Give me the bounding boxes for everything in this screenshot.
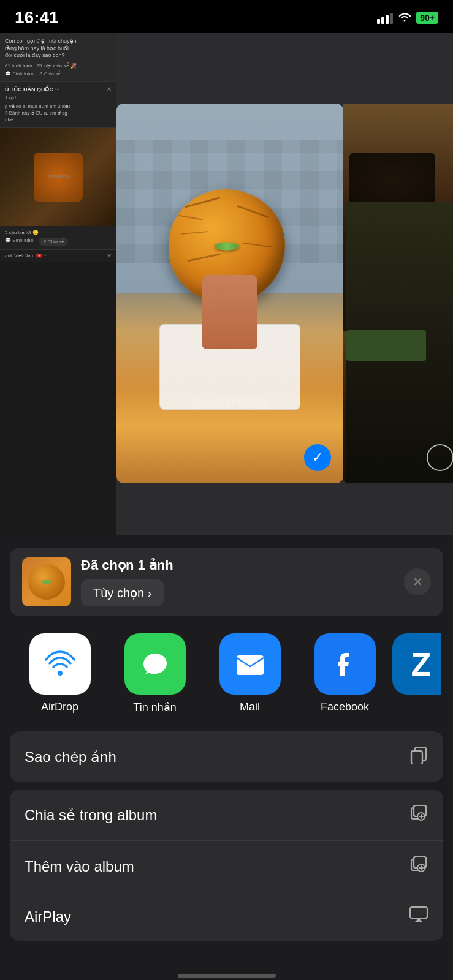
airplay-icon <box>409 906 428 927</box>
messages-label: Tin nhắn <box>133 701 176 714</box>
photo-strip: Con con gọi điện nói chuyệnrằng hôm nay … <box>0 33 453 535</box>
airdrop-icon <box>29 633 91 695</box>
app-airdrop[interactable]: AirDrop <box>12 633 107 714</box>
airplay-action[interactable]: AirPlay <box>10 892 443 941</box>
photo-left-panel: Con con gọi điện nói chuyệnrằng hôm nay … <box>0 33 116 535</box>
airplay-label: AirPlay <box>25 908 71 925</box>
share-header: Đã chọn 1 ảnh Tùy chọn › ✕ <box>10 548 443 616</box>
right-photo-image <box>343 104 453 483</box>
share-thumbnail <box>22 557 71 606</box>
status-bar: 16:41 90+ <box>0 0 453 33</box>
mail-icon <box>219 633 281 695</box>
photo-select-check[interactable]: ✓ <box>304 444 331 471</box>
messages-icon <box>124 633 186 695</box>
signal-icon <box>377 12 393 24</box>
copy-photo-action[interactable]: Sao chép ảnh <box>10 731 443 782</box>
close-icon: ✕ <box>413 575 423 589</box>
action-list-1: Sao chép ảnh <box>10 731 443 782</box>
photo-gallery-area: Con con gọi điện nói chuyệnrằng hôm nay … <box>0 33 453 535</box>
apps-row: AirDrop Tin nhắn Mail <box>0 616 453 726</box>
app-messages[interactable]: Tin nhắn <box>107 633 202 714</box>
facebook-label: Facebook <box>321 701 369 714</box>
app-facebook[interactable]: Facebook <box>297 633 392 714</box>
share-header-info: Đã chọn 1 ảnh Tùy chọn › <box>81 557 394 606</box>
status-icons: 90+ <box>377 11 438 25</box>
battery-icon: 90+ <box>416 12 438 24</box>
feed-item-1: Con con gọi điện nói chuyệnrằng hôm nay … <box>0 33 116 82</box>
copy-photo-icon <box>409 745 428 769</box>
svg-rect-6 <box>411 751 422 764</box>
facebook-icon <box>314 633 376 695</box>
add-album-icon <box>409 854 428 878</box>
feed-image: 2023.08.30 <box>0 128 116 226</box>
share-album-action[interactable]: Chia sẻ trong album <box>10 790 443 841</box>
share-close-button[interactable]: ✕ <box>404 568 431 595</box>
share-album-icon <box>409 803 428 827</box>
zalo-partial-icon: Z <box>392 633 441 695</box>
share-sheet: Đã chọn 1 ảnh Tùy chọn › ✕ AirDro <box>0 548 453 980</box>
app-zalo-partial[interactable]: Z <box>392 633 441 714</box>
home-indicator <box>178 974 276 978</box>
wifi-icon <box>398 11 411 25</box>
status-time: 16:41 <box>15 8 59 28</box>
feed-item-2: Ú TÚC HÀN QUỐC ··· ✕ 1 giờ · p về ko a, … <box>0 82 116 128</box>
share-options-button[interactable]: Tùy chọn › <box>81 579 164 606</box>
share-title: Đã chọn 1 ảnh <box>81 557 394 573</box>
main-photo-image: 170g <box>116 104 343 483</box>
share-album-label: Chia sẻ trong album <box>25 807 157 824</box>
add-album-action[interactable]: Thêm vào album <box>10 841 443 892</box>
photo-center-main[interactable]: 170g <box>116 104 343 483</box>
mail-label: Mail <box>240 701 260 714</box>
app-mail[interactable]: Mail <box>202 633 297 714</box>
action-list-2: Chia sẻ trong album Thêm vào album <box>10 790 443 941</box>
home-indicator-area <box>0 948 453 980</box>
airdrop-label: AirDrop <box>41 701 78 714</box>
copy-photo-label: Sao chép ảnh <box>25 748 116 766</box>
right-photo-select-circle[interactable] <box>427 444 453 471</box>
add-album-label: Thêm vào album <box>25 858 134 875</box>
photo-right-panel[interactable] <box>343 104 453 483</box>
watermark: quantrimang <box>192 394 267 410</box>
svg-rect-16 <box>410 907 427 918</box>
svg-rect-3 <box>237 655 264 675</box>
